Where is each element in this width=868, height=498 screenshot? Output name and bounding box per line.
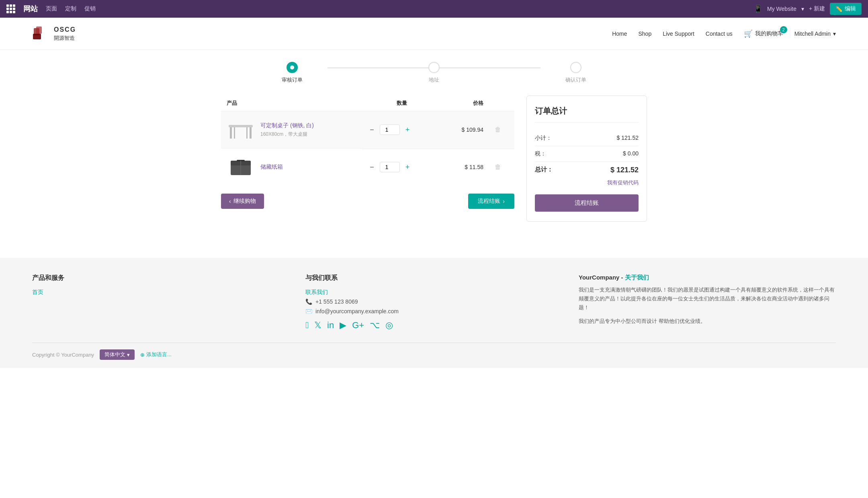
checkout-button-sm[interactable]: 流程结账 › (468, 194, 514, 209)
delete-button-2[interactable]: 🗑 (495, 163, 501, 171)
step-circle-confirm (570, 62, 581, 73)
nav-home[interactable]: Home (612, 31, 627, 37)
svg-rect-2 (33, 34, 41, 39)
col-price: 价格 (442, 96, 489, 111)
product-cell-1: 可定制桌子 (钢铁, 白) 160X80cm，带大桌腿 (221, 111, 362, 149)
cart-badge: 2 (780, 26, 787, 33)
edit-button[interactable]: ✏️ 编辑 (830, 3, 862, 15)
cart-button[interactable]: 🛒 我的购物车 2 (744, 29, 783, 38)
delete-cell-1: 🗑 (489, 111, 514, 149)
website-label[interactable]: My Website (767, 6, 796, 12)
admin-site-name: 网站 (23, 4, 38, 14)
logo-text: OSCG 開源智造 (54, 25, 76, 42)
site-nav: Home Shop Live Support Contact us 🛒 我的购物… (612, 29, 836, 38)
summary-tax-row: 税： $ 0.00 (535, 146, 639, 162)
apps-grid-icon[interactable] (6, 4, 15, 13)
pencil-icon: ✏️ (835, 6, 842, 12)
tax-label: 税： (535, 150, 546, 157)
delete-button-1[interactable]: 🗑 (495, 126, 501, 133)
product-name-1[interactable]: 可定制桌子 (钢铁, 白) (260, 122, 314, 129)
footer-contact: 与我们联系 联系我们 📞 +1 555 123 8069 ✉️ info@you… (305, 274, 563, 331)
instagram-icon[interactable]: ◎ (385, 320, 393, 331)
product-cell-2: 储藏纸箱 (221, 149, 362, 186)
svg-rect-5 (250, 127, 252, 139)
add-language-link[interactable]: ⊕ 添加语言... (140, 351, 172, 358)
qty-plus-1[interactable]: + (403, 125, 412, 135)
cart-table: 产品 数量 价格 (221, 96, 514, 186)
footer-company: YourCompany - 关于我们 我们是一支充满激情朝气磅礴的团队！我们的愿… (579, 274, 836, 331)
admin-nav-custom[interactable]: 定制 (65, 5, 76, 12)
svg-rect-1 (36, 27, 42, 34)
language-selector[interactable]: 简体中文 ▾ (100, 349, 135, 360)
footer-bottom: Copyright © YourCompany 简体中文 ▾ ⊕ 添加语言... (32, 343, 836, 360)
step-label-confirm: 确认订单 (565, 76, 586, 84)
admin-nav-pages[interactable]: 页面 (46, 5, 57, 12)
price-cell-2: $ 11.58 (442, 149, 489, 186)
svg-rect-6 (234, 127, 235, 139)
qty-minus-1[interactable]: − (367, 125, 377, 135)
product-variant-1: 160X80cm，带大桌腿 (260, 131, 314, 138)
github-icon[interactable]: ⌥ (370, 320, 380, 331)
nav-shop[interactable]: Shop (638, 31, 651, 37)
linkedin-icon[interactable]: in (327, 320, 334, 331)
company-name: YourCompany - 关于我们 (579, 274, 836, 282)
user-chevron-icon: ▾ (833, 31, 836, 37)
qty-plus-2[interactable]: + (403, 162, 412, 172)
product-info-2: 储藏纸箱 (260, 163, 283, 171)
step-review: 审核订单 (221, 62, 363, 84)
plus-circle-icon: ⊕ (140, 352, 145, 358)
promo-link[interactable]: 我有促销代码 (535, 179, 639, 186)
qty-control-1: − + (367, 124, 436, 135)
youtube-icon[interactable]: ▶ (340, 320, 346, 331)
continue-shopping-button[interactable]: ‹ 继续购物 (221, 194, 264, 209)
nav-support[interactable]: Live Support (663, 31, 694, 37)
product-image-box (227, 155, 255, 179)
googleplus-icon[interactable]: G+ (352, 320, 364, 331)
product-name-2[interactable]: 储藏纸箱 (260, 163, 283, 170)
table-row: 可定制桌子 (钢铁, 白) 160X80cm，带大桌腿 − + $ 109.9 (221, 111, 514, 149)
step-address: 地址 (363, 62, 505, 84)
svg-rect-7 (246, 127, 248, 139)
site-header: OSCG 開源智造 Home Shop Live Support Contact… (0, 18, 868, 50)
user-label: Mitchell Admin (794, 31, 831, 37)
user-menu[interactable]: Mitchell Admin ▾ (794, 31, 836, 37)
svg-rect-3 (229, 125, 253, 127)
company-description-1: 我们是一支充满激情朝气磅礴的团队！我们的愿景是试图通过构建一个具有颠覆意义的软件… (579, 286, 836, 312)
admin-nav-promo[interactable]: 促销 (84, 5, 96, 12)
footer-contact-link[interactable]: 联系我们 (305, 289, 563, 296)
footer-grid: 产品和服务 首页 与我们联系 联系我们 📞 +1 555 123 8069 ✉️… (32, 274, 836, 331)
twitter-icon[interactable]: 𝕏 (314, 320, 321, 331)
about-us-link[interactable]: 关于我们 (625, 274, 649, 281)
phone-icon: 📞 (305, 298, 312, 305)
total-label: 总计： (535, 166, 553, 174)
checkout-button-main[interactable]: 流程结账 (535, 194, 639, 212)
qty-input-2[interactable] (380, 162, 400, 172)
summary-title: 订单总计 (535, 106, 639, 122)
table-row: 储藏纸箱 − + $ 11.58 🗑 (221, 149, 514, 186)
product-info-1: 可定制桌子 (钢铁, 白) 160X80cm，带大桌腿 (260, 122, 314, 138)
cart-icon: 🛒 (744, 29, 753, 38)
new-button[interactable]: + 新建 (809, 5, 825, 12)
qty-minus-2[interactable]: − (367, 162, 377, 172)
chevron-left-icon: ‹ (229, 198, 231, 204)
company-description-2: 我们的产品专为中小型公司而设计 帮助他们优化业绩。 (579, 317, 836, 326)
step-circle-address (428, 62, 440, 73)
nav-contact[interactable]: Contact us (706, 31, 733, 37)
col-qty: 数量 (362, 96, 442, 111)
chevron-right-icon: › (503, 198, 505, 204)
step-label-address: 地址 (429, 76, 439, 84)
facebook-icon[interactable]:  (305, 320, 309, 331)
svg-rect-4 (230, 127, 232, 139)
cart-section: 产品 数量 价格 (221, 96, 647, 222)
mobile-icon: 📱 (753, 4, 762, 13)
admin-bar: 网站 页面 定制 促销 📱 My Website ▾ + 新建 ✏️ 编辑 (0, 0, 868, 18)
qty-input-1[interactable] (380, 124, 400, 135)
cart-table-wrap: 产品 数量 价格 (221, 96, 514, 209)
col-action (489, 96, 514, 111)
tax-value: $ 0.00 (623, 150, 639, 157)
product-image-desk (227, 118, 255, 142)
price-cell-1: $ 109.94 (442, 111, 489, 149)
footer-email: ✉️ info@yourcompany.example.com (305, 308, 563, 314)
footer-link-home[interactable]: 首页 (32, 289, 289, 296)
footer-col1-title: 产品和服务 (32, 274, 289, 282)
